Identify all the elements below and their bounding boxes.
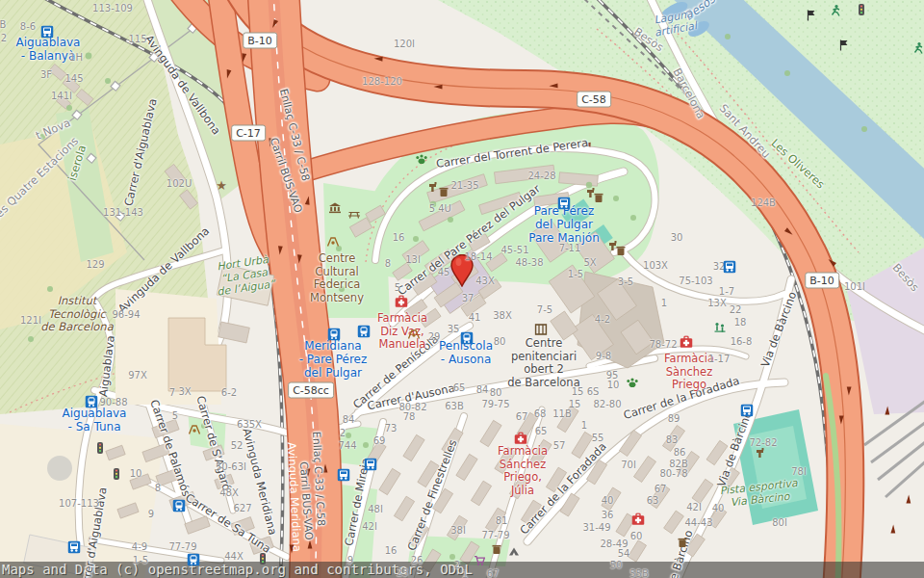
- attribution-text: Maps and Data (c) openstreetmap.org and …: [2, 562, 473, 577]
- base-map-graphics: [0, 0, 924, 578]
- map-canvas[interactable]: Maps and Data (c) openstreetmap.org and …: [0, 0, 924, 578]
